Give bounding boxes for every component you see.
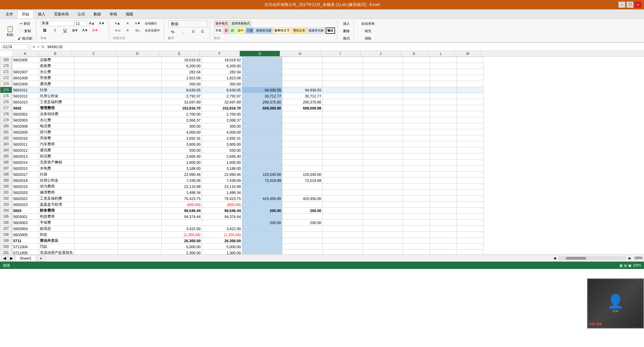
cell-m[interactable] xyxy=(457,87,484,93)
cell-j[interactable] xyxy=(363,93,403,99)
cell-d[interactable] xyxy=(118,117,162,123)
cell-d[interactable] xyxy=(118,244,162,250)
cell-k[interactable] xyxy=(403,250,430,255)
cell-c[interactable] xyxy=(74,105,118,111)
cell-j[interactable] xyxy=(363,105,403,111)
cell-j[interactable] xyxy=(363,184,403,190)
cell-h[interactable] xyxy=(282,226,323,232)
cell-h[interactable] xyxy=(282,123,323,129)
cell-j[interactable] xyxy=(363,111,403,117)
cell-d[interactable] xyxy=(118,87,162,93)
cell-k[interactable] xyxy=(403,153,430,159)
format-painter-button[interactable]: 🖌 格式刷 xyxy=(16,35,34,42)
cell-e[interactable]: 8,630.05 xyxy=(162,87,202,93)
cell-f[interactable]: 2,068.37 xyxy=(202,117,242,123)
cell-g[interactable] xyxy=(242,81,282,87)
cell-j[interactable] xyxy=(363,57,403,63)
cell-l[interactable] xyxy=(430,123,457,129)
cell-d[interactable] xyxy=(118,153,162,159)
row-number[interactable]: 181 xyxy=(0,129,12,135)
fill-button[interactable]: 填充 xyxy=(358,28,378,34)
cell-j[interactable] xyxy=(363,117,403,123)
cell-m[interactable] xyxy=(457,220,484,226)
cell-f[interactable]: 2,666.40 xyxy=(202,153,242,159)
cell-k[interactable] xyxy=(403,232,430,238)
tab-file[interactable]: 文件 xyxy=(1,10,17,18)
cell-d[interactable] xyxy=(118,105,162,111)
cell-h[interactable]: 200.00 xyxy=(282,220,323,226)
cell-g[interactable] xyxy=(242,135,282,141)
cell-b[interactable]: 工资及福利费 xyxy=(39,99,74,105)
cell-d[interactable] xyxy=(118,141,162,147)
cell-h[interactable] xyxy=(282,117,323,123)
cell-l[interactable] xyxy=(430,184,457,190)
cell-g[interactable] xyxy=(242,202,282,208)
cell-i[interactable] xyxy=(323,250,363,255)
cell-k[interactable] xyxy=(403,202,430,208)
scroll-left-button[interactable]: ◀ xyxy=(553,256,556,260)
cell-b[interactable]: 管理费用 xyxy=(39,105,74,111)
sum-button[interactable]: 自动求和 xyxy=(358,20,378,27)
cell-a[interactable]: 5602014 xyxy=(12,159,39,165)
cell-k[interactable] xyxy=(403,117,430,123)
page-break-view-button[interactable]: ▣ xyxy=(628,264,631,267)
cell-l[interactable] xyxy=(430,153,457,159)
cell-b[interactable]: 排污费 xyxy=(39,129,74,135)
cell-c[interactable] xyxy=(74,184,118,190)
cell-e[interactable]: 2,068.37 xyxy=(162,117,202,123)
cell-c[interactable] xyxy=(74,196,118,202)
cell-a[interactable]: 5603001 xyxy=(12,214,39,220)
insert-cell-button[interactable]: 插入 xyxy=(341,20,352,27)
align-center-button[interactable]: ≡ xyxy=(123,27,132,34)
cell-k[interactable] xyxy=(403,178,430,184)
percent-button[interactable]: % xyxy=(168,29,177,35)
row-number[interactable]: 187 xyxy=(0,165,12,171)
cell-g[interactable] xyxy=(242,226,282,232)
cell-b[interactable]: 水电费 xyxy=(39,165,74,171)
cell-i[interactable] xyxy=(323,93,363,99)
cell-c[interactable] xyxy=(74,214,118,220)
cell-k[interactable] xyxy=(403,190,430,196)
cell-j[interactable] xyxy=(363,69,403,75)
cell-e[interactable]: 550.00 xyxy=(162,147,202,153)
row-number[interactable]: 188 xyxy=(0,171,12,178)
row-number[interactable]: 192 xyxy=(0,196,12,202)
cell-j[interactable] xyxy=(363,190,403,196)
align-middle-button[interactable]: ≡ xyxy=(123,20,132,27)
cell-k[interactable] xyxy=(403,87,430,93)
cell-j[interactable] xyxy=(363,238,403,244)
cell-d[interactable] xyxy=(118,123,162,129)
cell-f[interactable]: 3,800.00 xyxy=(202,141,242,147)
cell-j[interactable] xyxy=(363,178,403,184)
cell-d[interactable] xyxy=(118,196,162,202)
cell-h[interactable] xyxy=(282,214,323,220)
cell-c[interactable] xyxy=(74,81,118,87)
cell-h[interactable] xyxy=(282,63,323,69)
cell-d[interactable] xyxy=(118,214,162,220)
cell-k[interactable] xyxy=(403,184,430,190)
cell-j[interactable] xyxy=(363,147,403,153)
cell-j[interactable] xyxy=(363,99,403,105)
cell-i[interactable] xyxy=(323,87,363,93)
cell-c[interactable] xyxy=(74,75,118,81)
bold-button[interactable]: B xyxy=(40,27,50,34)
cell-i[interactable] xyxy=(323,226,363,232)
cell-e[interactable] xyxy=(162,220,202,226)
cell-i[interactable] xyxy=(323,69,363,75)
cell-f[interactable]: 94,374.44 xyxy=(202,214,242,220)
cell-j[interactable] xyxy=(363,220,403,226)
cell-a[interactable]: 5711 xyxy=(12,238,39,244)
cell-i[interactable] xyxy=(323,81,363,87)
row-number[interactable]: 183 xyxy=(0,141,12,147)
cell-e[interactable]: 3,188.00 xyxy=(162,165,202,171)
cell-b[interactable]: 利息 xyxy=(39,232,74,238)
row-number[interactable]: 177 xyxy=(0,105,12,111)
cell-e[interactable]: 2,692.31 xyxy=(162,135,202,141)
cell-c[interactable] xyxy=(74,220,118,226)
cell-b[interactable]: 手续费 xyxy=(39,220,74,226)
cell-e[interactable]: 96,546.44 xyxy=(162,208,202,214)
cell-c[interactable] xyxy=(74,117,118,123)
row-number[interactable]: 170 xyxy=(0,63,12,69)
cell-a[interactable]: 5601005 xyxy=(12,57,39,63)
cell-a[interactable]: 5602019 xyxy=(12,184,39,190)
